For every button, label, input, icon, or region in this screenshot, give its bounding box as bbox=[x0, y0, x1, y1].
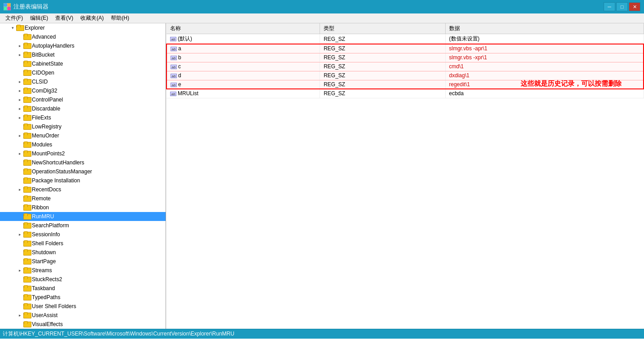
tree-expander[interactable]: ▸ bbox=[16, 312, 23, 319]
tree-item-explorer[interactable]: ▾Explorer bbox=[0, 23, 166, 32]
tree-expander[interactable] bbox=[16, 69, 23, 76]
folder-icon bbox=[23, 106, 31, 112]
tree-item-operationstatusmanager[interactable]: OperationStatusManager bbox=[0, 167, 166, 176]
table-row[interactable]: abMRUListREG_SZecbda bbox=[166, 89, 644, 98]
tree-item-packageinstallation[interactable]: Package Installation bbox=[0, 176, 166, 185]
tree-expander[interactable]: ▸ bbox=[16, 186, 23, 193]
menu-favorites[interactable]: 收藏夹(A) bbox=[77, 13, 107, 23]
tree-item-bitbucket[interactable]: ▸BitBucket bbox=[0, 50, 166, 59]
tree-item-newshortcuthandlers[interactable]: NewShortcutHandlers bbox=[0, 158, 166, 167]
tree-expander[interactable] bbox=[16, 123, 23, 130]
tree-item-typedpaths[interactable]: TypedPaths bbox=[0, 293, 166, 302]
tree-expander[interactable] bbox=[16, 213, 23, 220]
tree-expander[interactable] bbox=[16, 33, 23, 40]
tree-label: RecentDocs bbox=[32, 186, 61, 193]
tree-label: CIDOpen bbox=[32, 70, 54, 76]
tree-item-startpage[interactable]: StartPage bbox=[0, 257, 166, 266]
tree-item-searchplatform[interactable]: SearchPlatform bbox=[0, 221, 166, 230]
tree-expander[interactable]: ▸ bbox=[16, 267, 23, 274]
tree-expander[interactable] bbox=[16, 303, 23, 310]
tree-item-taskband[interactable]: Taskband bbox=[0, 284, 166, 293]
tree-expander[interactable] bbox=[16, 321, 23, 328]
table-row[interactable]: abaREG_SZslmgr.vbs -apr\1 bbox=[166, 44, 644, 53]
tree-expander[interactable] bbox=[16, 204, 23, 211]
tree-item-autoplayhandlers[interactable]: ▸AutoplayHandlers bbox=[0, 41, 166, 50]
tree-item-stuckrects2[interactable]: StuckRects2 bbox=[0, 275, 166, 284]
menu-edit[interactable]: 编辑(E) bbox=[26, 13, 52, 23]
tree-expander[interactable]: ▸ bbox=[16, 51, 23, 58]
tree-item-comdlg32[interactable]: ▸ComDlg32 bbox=[0, 86, 166, 95]
cell-name: abc bbox=[166, 62, 320, 71]
folder-icon bbox=[23, 141, 31, 148]
tree-expander[interactable] bbox=[16, 168, 23, 175]
tree-expander[interactable] bbox=[16, 249, 23, 256]
registry-tree[interactable]: ▾Explorer Advanced▸AutoplayHandlers▸BitB… bbox=[0, 23, 166, 329]
tree-expander[interactable] bbox=[16, 240, 23, 247]
tree-item-ribbon[interactable]: Ribbon bbox=[0, 203, 166, 212]
tree-expander[interactable] bbox=[16, 294, 23, 301]
tree-expander[interactable] bbox=[16, 177, 23, 184]
tree-item-remote[interactable]: Remote bbox=[0, 194, 166, 203]
tree-item-recentdocs[interactable]: ▸RecentDocs bbox=[0, 185, 166, 194]
tree-expander[interactable]: ▸ bbox=[16, 132, 23, 139]
tree-item-lowregistry[interactable]: LowRegistry bbox=[0, 122, 166, 131]
tree-item-visualeffects[interactable]: VisualEffects bbox=[0, 320, 166, 329]
table-row[interactable]: abcREG_SZcmd\1 bbox=[166, 62, 644, 71]
tree-item-controlpanel[interactable]: ▸ControlPanel bbox=[0, 95, 166, 104]
tree-expander[interactable]: ▸ bbox=[16, 231, 23, 238]
values-panel[interactable]: 名称 类型 数据 ab(默认)REG_SZ(数值未设置)abaREG_SZslm… bbox=[166, 23, 644, 98]
tree-item-streams[interactable]: ▸Streams bbox=[0, 266, 166, 275]
menu-view[interactable]: 查看(V) bbox=[52, 13, 77, 23]
table-row[interactable]: abdREG_SZdxdiag\1 bbox=[166, 71, 644, 80]
tree-label: Streams bbox=[32, 267, 52, 274]
tree-item-mountpoints2[interactable]: ▸MountPoints2 bbox=[0, 149, 166, 158]
table-row[interactable]: abeREG_SZregedit\1 bbox=[166, 80, 644, 89]
tree-expander[interactable]: ▸ bbox=[16, 96, 23, 103]
tree-item-clsid[interactable]: ▸CLSID bbox=[0, 77, 166, 86]
menu-file[interactable]: 文件(F) bbox=[2, 13, 26, 23]
menu-help[interactable]: 帮助(H) bbox=[107, 13, 133, 23]
tree-expander[interactable] bbox=[16, 60, 23, 67]
tree-expander[interactable] bbox=[16, 285, 23, 292]
tree-item-userassist[interactable]: ▸UserAssist bbox=[0, 311, 166, 320]
reg-value-icon: ab bbox=[171, 47, 177, 51]
folder-icon bbox=[23, 150, 31, 157]
tree-expander[interactable]: ▾ bbox=[9, 24, 16, 31]
tree-item-cidopen[interactable]: CIDOpen bbox=[0, 68, 166, 77]
tree-item-shutdown[interactable]: Shutdown bbox=[0, 248, 166, 257]
tree-item-modules[interactable]: Modules bbox=[0, 140, 166, 149]
tree-item-menuorder[interactable]: ▸MenuOrder bbox=[0, 131, 166, 140]
tree-item-cabinetstate[interactable]: CabinetState bbox=[0, 59, 166, 68]
tree-item-sessioninfo[interactable]: ▸SessionInfo bbox=[0, 230, 166, 239]
table-row[interactable]: abbREG_SZslmgr.vbs -xpr\1 bbox=[166, 53, 644, 62]
tree-expander[interactable] bbox=[16, 141, 23, 148]
tree-expander[interactable]: ▸ bbox=[16, 150, 23, 157]
tree-item-runmru[interactable]: RunMRU bbox=[0, 212, 166, 221]
tree-expander[interactable] bbox=[16, 258, 23, 265]
restore-button[interactable]: □ bbox=[616, 2, 628, 11]
reg-value-icon: ab bbox=[171, 83, 177, 87]
tree-expander[interactable] bbox=[16, 222, 23, 229]
cell-data: cmd\1 bbox=[445, 62, 644, 71]
tree-item-discardable[interactable]: ▸Discardable bbox=[0, 104, 166, 113]
tree-item-advanced[interactable]: Advanced bbox=[0, 32, 166, 41]
tree-item-fileexts[interactable]: ▸FileExts bbox=[0, 113, 166, 122]
cell-type: REG_SZ bbox=[320, 80, 445, 89]
tree-expander[interactable] bbox=[16, 276, 23, 283]
tree-expander[interactable]: ▸ bbox=[16, 87, 23, 94]
tree-expander[interactable]: ▸ bbox=[16, 114, 23, 121]
title-bar-left: 注册表编辑器 bbox=[4, 3, 48, 11]
tree-expander[interactable]: ▸ bbox=[16, 78, 23, 85]
tree-expander[interactable] bbox=[16, 195, 23, 202]
tree-label: User Shell Folders bbox=[32, 303, 76, 309]
tree-item-shellfolders[interactable]: Shell Folders bbox=[0, 239, 166, 248]
cell-name: ab(默认) bbox=[166, 34, 320, 44]
minimize-button[interactable]: ─ bbox=[604, 2, 615, 11]
folder-icon bbox=[23, 276, 31, 283]
tree-expander[interactable]: ▸ bbox=[16, 105, 23, 112]
tree-item-usershellfolders[interactable]: User Shell Folders bbox=[0, 302, 166, 311]
tree-expander[interactable]: ▸ bbox=[16, 42, 23, 49]
table-row[interactable]: ab(默认)REG_SZ(数值未设置) bbox=[166, 34, 644, 44]
tree-expander[interactable] bbox=[16, 159, 23, 166]
close-button[interactable]: ✕ bbox=[629, 2, 640, 11]
